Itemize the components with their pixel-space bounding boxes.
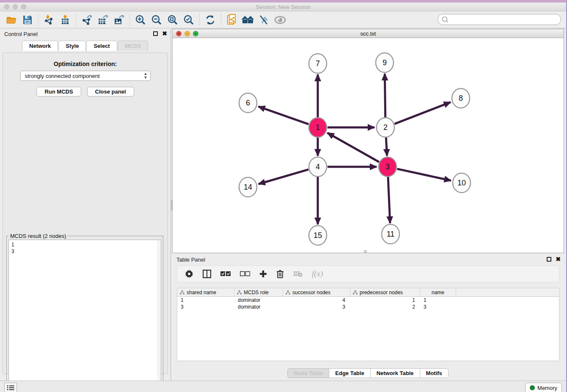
graph-edge-3-10[interactable] [397, 169, 451, 181]
toggle-details-icon[interactable] [256, 13, 272, 27]
export-network-icon[interactable] [79, 13, 95, 27]
open-session-icon[interactable] [3, 13, 19, 27]
graph-edge-2-9[interactable] [385, 74, 385, 118]
network-graph[interactable]: 7968124314101511 [173, 38, 564, 252]
cell-name[interactable]: 1 [420, 297, 456, 304]
network-view-window: ✕ − + scc.txt 7968124314101511 [172, 29, 564, 253]
tab-network[interactable]: Network [22, 41, 58, 51]
graph-node-15[interactable]: 15 [309, 226, 327, 245]
delete-table-icon[interactable] [293, 271, 303, 277]
save-session-icon[interactable] [19, 13, 36, 27]
mcds-result-textarea[interactable]: 1 3 [8, 240, 161, 391]
apply-layout-icon[interactable] [202, 13, 218, 27]
zoom-selected-icon[interactable] [181, 13, 197, 27]
tab-edge-table[interactable]: Edge Table [329, 368, 370, 378]
graph-node-2[interactable]: 2 [377, 118, 394, 137]
window-resize-handle[interactable] [364, 250, 367, 253]
close-panel-icon[interactable]: ✖ [162, 30, 167, 37]
cell-successor-nodes[interactable]: 4 [283, 297, 350, 304]
graph-node-6[interactable]: 6 [239, 93, 257, 113]
table-panel-title: Table Panel [176, 257, 205, 263]
memory-label: Memory [537, 385, 557, 391]
memory-button[interactable]: Memory [525, 383, 562, 392]
control-panel-tabs: Network Style Select MCDS [0, 41, 171, 51]
graph-node-14[interactable]: 14 [239, 177, 257, 197]
network-window-titlebar[interactable]: ✕ − + scc.txt [173, 29, 564, 38]
toolbar-separator [199, 14, 200, 26]
graph-node-10[interactable]: 10 [453, 173, 471, 193]
graph-node-7[interactable]: 7 [309, 54, 327, 73]
birdseye-icon[interactable] [272, 13, 288, 27]
table-panel: Table Panel ✖ [172, 254, 564, 381]
result-scrollbar[interactable] [157, 240, 161, 391]
task-history-button[interactable] [4, 383, 17, 392]
delete-icon[interactable] [276, 270, 284, 278]
home-icon[interactable] [240, 13, 256, 27]
network-canvas[interactable]: 7968124314101511 [173, 38, 564, 252]
cell-mcds-role[interactable]: dominator [234, 297, 283, 304]
search-input[interactable] [438, 14, 561, 25]
toolbar-separator [129, 14, 130, 26]
cell-successor-nodes[interactable]: 3 [283, 304, 350, 310]
column-header-mcds-role[interactable]: MCDS role [234, 288, 283, 296]
close-table-panel-icon[interactable]: ✖ [556, 256, 561, 262]
columns-icon[interactable] [203, 270, 211, 278]
column-header-name[interactable]: name [420, 288, 456, 296]
select-all-icon[interactable] [220, 271, 231, 277]
optimization-criterion-label: Optimization criterion: [3, 61, 168, 67]
tab-network-table[interactable]: Network Table [370, 368, 420, 378]
mcds-panel: Optimization criterion: strongly connect… [3, 52, 168, 374]
graph-node-3[interactable]: 3 [379, 157, 396, 177]
cell-shared-name[interactable]: 3 [177, 304, 234, 310]
graph-node-label: 14 [244, 183, 252, 191]
tab-select[interactable]: Select [86, 41, 117, 51]
graph-node-label: 8 [459, 94, 463, 102]
cell-predecessor-nodes[interactable]: 1 [350, 297, 420, 304]
tab-node-table[interactable]: Node Table [287, 368, 329, 378]
cell-name[interactable]: 3 [420, 304, 456, 310]
graph-edge-3-11[interactable] [388, 177, 390, 223]
clear-selection-icon[interactable] [240, 271, 250, 277]
graph-node-4[interactable]: 4 [309, 157, 327, 177]
run-mcds-button[interactable]: Run MCDS [36, 87, 81, 97]
column-header-shared-name[interactable]: shared name [177, 288, 234, 296]
float-panel-icon[interactable] [153, 31, 158, 36]
gear-icon[interactable] [185, 270, 193, 278]
zoom-out-icon[interactable] [149, 13, 165, 27]
zoom-in-icon[interactable] [132, 13, 149, 27]
column-header-predecessor-nodes[interactable]: predecessor nodes [350, 288, 420, 296]
tab-motifs[interactable]: Motifs [420, 368, 449, 378]
cell-mcds-role[interactable]: dominator [234, 304, 283, 310]
export-table-icon[interactable] [95, 13, 111, 27]
cell-shared-name[interactable]: 1 [177, 297, 234, 304]
table-header-row: shared name MCDS role successor nodes pr… [177, 288, 559, 297]
toolbar-separator [76, 14, 76, 26]
graph-edge-2-3[interactable] [386, 137, 387, 156]
graph-node-1[interactable]: 1 [309, 118, 327, 137]
zoom-fit-icon[interactable] [165, 13, 181, 27]
column-header-successor-nodes[interactable]: successor nodes [283, 288, 350, 296]
graph-node-11[interactable]: 11 [382, 224, 399, 244]
export-image-icon[interactable] [111, 13, 127, 27]
graph-edge-3-1[interactable] [328, 133, 379, 162]
function-builder-icon[interactable]: f(x) [312, 269, 323, 279]
new-network-icon[interactable] [224, 13, 240, 27]
session-title: Session: New Session [0, 4, 566, 10]
import-table-icon[interactable] [57, 13, 73, 27]
tab-style[interactable]: Style [58, 41, 86, 51]
float-table-panel-icon[interactable] [547, 257, 551, 262]
add-icon[interactable] [259, 270, 267, 278]
graph-node-8[interactable]: 8 [452, 88, 470, 108]
graph-node-9[interactable]: 9 [376, 53, 394, 72]
table-row[interactable]: 3 dominator 3 2 3 [177, 304, 559, 310]
table-row[interactable]: 1 dominator 4 1 1 [177, 297, 559, 304]
graph-edge-2-8[interactable] [394, 102, 450, 124]
close-panel-button[interactable]: Close panel [87, 87, 134, 97]
node-table: shared name MCDS role successor nodes pr… [177, 288, 559, 361]
tab-mcds[interactable]: MCDS [118, 41, 148, 51]
graph-edge-4-14[interactable] [259, 169, 308, 184]
graph-edge-1-6[interactable] [259, 107, 309, 124]
import-network-icon[interactable] [41, 13, 57, 27]
optimization-criterion-select[interactable]: strongly connected component ▲▼ [20, 71, 151, 81]
cell-predecessor-nodes[interactable]: 2 [350, 304, 420, 310]
